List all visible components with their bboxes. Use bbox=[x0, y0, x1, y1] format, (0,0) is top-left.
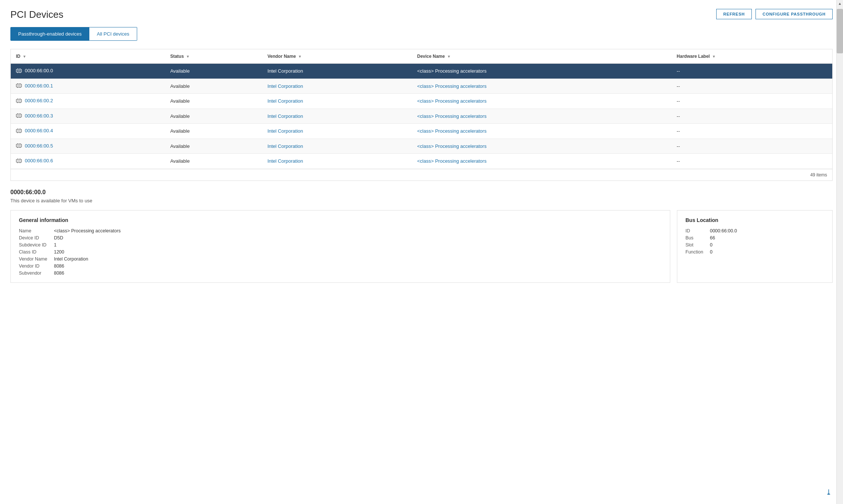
cell-id: 0000:66:00.6 bbox=[11, 154, 165, 169]
bottom-right-icon[interactable]: ⤓ bbox=[826, 488, 832, 497]
info-label: Subdevice ID bbox=[19, 242, 47, 248]
cell-device: <class> Processing accelerators bbox=[412, 109, 671, 124]
cell-device: <class> Processing accelerators bbox=[412, 79, 671, 94]
cell-device: <class> Processing accelerators bbox=[412, 94, 671, 109]
cell-status: Available bbox=[165, 109, 262, 124]
table-row[interactable]: 0000:66:00.3 AvailableIntel Corporation<… bbox=[11, 109, 832, 124]
cell-status: Available bbox=[165, 94, 262, 109]
cell-status: Available bbox=[165, 154, 262, 169]
id-filter-icon[interactable]: ▼ bbox=[23, 54, 26, 59]
hardware-filter-icon[interactable]: ▼ bbox=[712, 54, 716, 59]
info-label: Vendor Name bbox=[19, 256, 47, 262]
table-body: 0000:66:00.0 AvailableIntel Corporation<… bbox=[11, 64, 832, 169]
cell-hardware-label: -- bbox=[671, 154, 832, 169]
cell-vendor: Intel Corporation bbox=[262, 109, 412, 124]
cell-status: Available bbox=[165, 64, 262, 79]
cell-hardware-label: -- bbox=[671, 94, 832, 109]
bus-info-value: 0 bbox=[710, 242, 824, 248]
page-title: PCI Devices bbox=[10, 9, 63, 20]
cell-vendor: Intel Corporation bbox=[262, 79, 412, 94]
info-value: 1200 bbox=[54, 249, 662, 255]
cell-device: <class> Processing accelerators bbox=[412, 139, 671, 154]
cell-status: Available bbox=[165, 79, 262, 94]
svg-rect-4 bbox=[20, 72, 20, 73]
selected-device-description: This device is available for VMs to use bbox=[10, 198, 833, 203]
tab-all-pci[interactable]: All PCI devices bbox=[89, 27, 137, 41]
info-label: Name bbox=[19, 228, 47, 233]
table-row[interactable]: 0000:66:00.6 AvailableIntel Corporation<… bbox=[11, 154, 832, 169]
cell-id: 0000:66:00.3 bbox=[11, 109, 165, 124]
cell-id: 0000:66:00.0 bbox=[11, 64, 165, 79]
info-value: 8086 bbox=[54, 271, 662, 276]
svg-rect-38 bbox=[20, 159, 20, 159]
vendor-filter-icon[interactable]: ▼ bbox=[298, 54, 302, 59]
table-row[interactable]: 0000:66:00.1 AvailableIntel Corporation<… bbox=[11, 79, 832, 94]
svg-rect-23 bbox=[17, 115, 21, 116]
info-label: Subvendor bbox=[19, 271, 47, 276]
general-info-grid: Name<class> Processing acceleratorsDevic… bbox=[19, 228, 662, 276]
svg-rect-31 bbox=[17, 143, 18, 144]
bus-info-label: ID bbox=[685, 228, 703, 233]
cell-id: 0000:66:00.1 bbox=[11, 79, 165, 94]
pci-device-icon bbox=[16, 128, 22, 133]
pci-table: ID ▼ Status ▼ Vendor Name ▼ bbox=[11, 49, 832, 169]
pci-device-icon bbox=[16, 158, 22, 163]
page-wrapper: PCI Devices REFRESH CONFIGURE PASSTHROUG… bbox=[0, 0, 843, 504]
cell-vendor: Intel Corporation bbox=[262, 124, 412, 139]
svg-rect-2 bbox=[20, 69, 20, 69]
col-device-name: Device Name ▼ bbox=[412, 49, 671, 64]
col-status: Status ▼ bbox=[165, 49, 262, 64]
table-row[interactable]: 0000:66:00.5 AvailableIntel Corporation<… bbox=[11, 139, 832, 154]
col-vendor-name: Vendor Name ▼ bbox=[262, 49, 412, 64]
svg-rect-3 bbox=[17, 72, 18, 73]
bus-info-value: 0 bbox=[710, 249, 824, 255]
cell-vendor: Intel Corporation bbox=[262, 154, 412, 169]
bus-info-label: Bus bbox=[685, 235, 703, 241]
svg-rect-15 bbox=[17, 102, 18, 103]
scroll-up-arrow[interactable]: ▲ bbox=[837, 0, 843, 7]
cell-id: 0000:66:00.5 bbox=[11, 139, 165, 154]
svg-rect-11 bbox=[17, 85, 21, 86]
pci-device-icon bbox=[16, 113, 22, 118]
svg-rect-1 bbox=[17, 69, 18, 69]
cell-id: 0000:66:00.4 bbox=[11, 124, 165, 139]
svg-rect-14 bbox=[20, 99, 20, 99]
svg-rect-27 bbox=[17, 132, 18, 133]
page-scrollbar[interactable]: ▲ bbox=[836, 0, 843, 504]
svg-rect-19 bbox=[17, 113, 18, 114]
table-row[interactable]: 0000:66:00.4 AvailableIntel Corporation<… bbox=[11, 124, 832, 139]
refresh-button[interactable]: REFRESH bbox=[716, 9, 752, 19]
svg-rect-13 bbox=[17, 99, 18, 99]
cell-vendor: Intel Corporation bbox=[262, 94, 412, 109]
bus-info-label: Function bbox=[685, 249, 703, 255]
svg-rect-9 bbox=[17, 87, 18, 88]
configure-passthrough-button[interactable]: CONFIGURE PASSTHROUGH bbox=[756, 9, 833, 19]
svg-rect-26 bbox=[20, 129, 20, 129]
svg-rect-21 bbox=[17, 117, 18, 118]
tab-passthrough-enabled[interactable]: Passthrough-enabled devices bbox=[10, 27, 89, 41]
svg-rect-7 bbox=[17, 83, 18, 84]
svg-rect-25 bbox=[17, 129, 18, 129]
table-row[interactable]: 0000:66:00.0 AvailableIntel Corporation<… bbox=[11, 64, 832, 79]
device-filter-icon[interactable]: ▼ bbox=[447, 54, 451, 59]
bus-location-panel: Bus Location ID0000:66:00.0Bus66Slot0Fun… bbox=[677, 210, 833, 283]
svg-rect-35 bbox=[17, 145, 21, 146]
svg-rect-28 bbox=[20, 132, 20, 133]
general-info-title: General information bbox=[19, 217, 662, 223]
cell-device: <class> Processing accelerators bbox=[412, 154, 671, 169]
svg-rect-5 bbox=[17, 70, 21, 72]
cell-id: 0000:66:00.2 bbox=[11, 94, 165, 109]
cell-device: <class> Processing accelerators bbox=[412, 64, 671, 79]
scrollbar-thumb[interactable] bbox=[837, 9, 843, 53]
cell-hardware-label: -- bbox=[671, 124, 832, 139]
info-value: D5D bbox=[54, 235, 662, 241]
status-filter-icon[interactable]: ▼ bbox=[186, 54, 190, 59]
table-row[interactable]: 0000:66:00.2 AvailableIntel Corporation<… bbox=[11, 94, 832, 109]
cell-status: Available bbox=[165, 124, 262, 139]
selected-device-id: 0000:66:00.0 bbox=[10, 189, 833, 196]
info-label: Vendor ID bbox=[19, 263, 47, 269]
pci-device-icon bbox=[16, 68, 22, 73]
svg-rect-39 bbox=[17, 162, 18, 163]
tabs: Passthrough-enabled devices All PCI devi… bbox=[10, 27, 833, 41]
svg-rect-37 bbox=[17, 159, 18, 159]
